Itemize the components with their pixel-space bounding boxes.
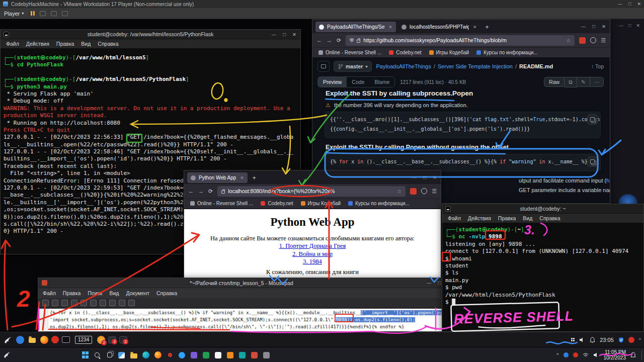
maximize-icon[interactable]: □ bbox=[628, 23, 631, 28]
url-text[interactable]: localhost:8080/index?book={%%20for%20x% bbox=[228, 188, 335, 194]
new-file-icon[interactable] bbox=[42, 300, 49, 306]
terminal1-titlebar[interactable]: student@codeby: /var/www/html/lesson5/Py… bbox=[1, 30, 300, 39]
app-icon[interactable] bbox=[262, 350, 271, 360]
tray-red-icon[interactable] bbox=[628, 337, 634, 343]
url-bar[interactable]: https://github.com/swisskyrepo/PayloadsA… bbox=[346, 35, 575, 46]
menu-item[interactable]: Справка bbox=[536, 215, 564, 221]
clock[interactable]: 11:05 PM 10/2/2023 bbox=[604, 349, 626, 360]
widgets-icon[interactable] bbox=[117, 350, 126, 360]
tab-preview[interactable]: Preview bbox=[318, 77, 347, 87]
book-link-2[interactable]: 2. Война и мир bbox=[292, 250, 333, 257]
minimize-button[interactable]: — bbox=[427, 280, 432, 286]
workspace-switcher[interactable]: 1234 bbox=[75, 336, 92, 344]
close-button[interactable]: ✕ bbox=[637, 2, 641, 7]
save-icon[interactable] bbox=[61, 300, 68, 306]
reload-button[interactable]: ⟳ bbox=[208, 188, 213, 195]
bookmark-courses[interactable]: Курсы по информаци... bbox=[476, 50, 538, 55]
bookmark-games[interactable]: Игры Кодебай bbox=[301, 201, 341, 206]
tab-python-web-app[interactable]: Python Web App ✕ bbox=[187, 172, 248, 183]
close-button[interactable]: ✕ bbox=[602, 24, 606, 29]
minimize-button[interactable]: — bbox=[412, 174, 417, 180]
more-options-icon[interactable]: ⋯ bbox=[590, 77, 604, 87]
account-icon[interactable] bbox=[421, 188, 427, 194]
menu-item[interactable]: Справка bbox=[153, 290, 181, 296]
wifi-icon[interactable] bbox=[583, 352, 589, 357]
mousepad-titlebar[interactable]: *~/Рабочий стол/tmp_lesson_5 - Mousepad … bbox=[38, 278, 445, 288]
edit-icon[interactable]: ✎ bbox=[577, 77, 590, 87]
menu-item[interactable]: Вид bbox=[106, 290, 122, 296]
app-icon[interactable] bbox=[225, 350, 235, 360]
tab-blame[interactable]: Blame bbox=[369, 77, 394, 87]
app-icon[interactable] bbox=[237, 350, 247, 360]
app-icon-notification[interactable]: 2 bbox=[119, 336, 127, 343]
close-tab-icon[interactable]: ✕ bbox=[389, 25, 393, 30]
copy-code-icon[interactable] bbox=[587, 156, 598, 167]
app-icon[interactable] bbox=[177, 350, 187, 360]
ctrl-alt-del-button[interactable] bbox=[40, 11, 46, 16]
menu-icon[interactable]: ☰ bbox=[432, 188, 437, 195]
minimize-button[interactable]: — bbox=[272, 32, 277, 37]
mousepad-window[interactable]: *~/Рабочий стол/tmp_lesson_5 - Mousepad … bbox=[38, 278, 445, 332]
code-block-popen[interactable]: {% for x in ().__class__.__base__.__subc… bbox=[325, 154, 601, 171]
tray-grid-icon[interactable] bbox=[571, 338, 575, 342]
menu-item[interactable]: Действия bbox=[464, 215, 495, 221]
notification-bell-icon[interactable] bbox=[630, 352, 636, 358]
menu-item[interactable]: Вид bbox=[519, 215, 536, 221]
app-icon[interactable] bbox=[51, 336, 59, 343]
tray-icon[interactable] bbox=[573, 352, 578, 357]
minimize-button[interactable]: — bbox=[618, 2, 622, 7]
url-bar[interactable]: localhost:8080/index?book={%%20for%20x% … bbox=[217, 186, 406, 197]
new-tab-button[interactable]: + bbox=[250, 174, 259, 182]
tab-localhost-phptwig[interactable]: localhost/lesson5/PHPTwigI ✕ bbox=[398, 22, 480, 32]
menu-icon[interactable]: ☰ bbox=[601, 37, 606, 44]
bookmark-reverse-shell[interactable]: Online - Reverse Shell ... bbox=[318, 50, 381, 55]
find-icon[interactable] bbox=[119, 300, 125, 306]
maximize-button[interactable]: □ bbox=[592, 24, 595, 29]
ublock-icon[interactable] bbox=[579, 37, 586, 44]
show-desktop-button[interactable] bbox=[641, 350, 642, 359]
menu-item[interactable]: Поиск bbox=[84, 290, 106, 296]
tab-code[interactable]: Code bbox=[347, 77, 369, 87]
app-icon[interactable] bbox=[16, 336, 24, 344]
tray-icon[interactable] bbox=[564, 352, 569, 357]
reload-button[interactable]: ⟳ bbox=[337, 37, 341, 44]
sidebar-toggle-button[interactable] bbox=[317, 61, 330, 72]
bookmark-reverse-shell[interactable]: Online - Reverse Shell ... bbox=[190, 201, 253, 206]
code-block-subprocess[interactable]: {{''.__class__.mro()[1].__subclasses__()… bbox=[325, 112, 601, 138]
account-icon[interactable] bbox=[590, 37, 596, 43]
shield-check-icon[interactable] bbox=[618, 337, 624, 343]
firefox-icon[interactable] bbox=[153, 350, 163, 360]
book-link-1[interactable]: 1. Портрет Дориана Грея bbox=[279, 242, 346, 249]
app-icon[interactable] bbox=[201, 350, 211, 360]
file-manager-icon[interactable] bbox=[27, 335, 37, 345]
forward-button[interactable]: → bbox=[198, 188, 204, 194]
host-corner-icon[interactable] bbox=[3, 350, 12, 361]
close-icon[interactable]: ✕ bbox=[636, 23, 640, 28]
edge-icon[interactable] bbox=[141, 350, 150, 360]
open-file-icon[interactable] bbox=[52, 300, 58, 306]
task-view-icon[interactable] bbox=[105, 350, 114, 360]
copy-code-icon[interactable] bbox=[587, 114, 598, 125]
tracking-shield-icon[interactable] bbox=[350, 38, 354, 43]
firefox-icon[interactable] bbox=[40, 336, 48, 344]
player-menu[interactable]: Player▾ bbox=[4, 11, 24, 17]
app-icon[interactable] bbox=[250, 350, 259, 360]
cut-icon[interactable] bbox=[90, 300, 97, 306]
url-text[interactable]: https://github.com/swisskyrepo/PayloadsA… bbox=[363, 37, 507, 43]
bell-icon[interactable] bbox=[590, 337, 595, 343]
back-to-top-link[interactable]: ↑ Top bbox=[591, 63, 604, 69]
menu-item[interactable]: Правка bbox=[59, 290, 84, 296]
bookmark-codeby[interactable]: Codeby.net bbox=[261, 201, 293, 206]
tab-payloadsallthethings[interactable]: PayloadsAllTheThings/Se ✕ bbox=[315, 22, 396, 32]
app-icon-notification[interactable]: 2 bbox=[97, 336, 105, 344]
close-tab-icon[interactable]: ✕ bbox=[473, 25, 477, 30]
menu-item[interactable]: Действия bbox=[23, 41, 53, 47]
copy-icon[interactable]: ⧉ bbox=[565, 77, 577, 87]
undo-icon[interactable] bbox=[71, 300, 77, 306]
bookmark-star-icon[interactable]: ☆ bbox=[566, 38, 571, 43]
maximize-button[interactable]: □ bbox=[423, 174, 426, 180]
redo-icon[interactable] bbox=[80, 300, 87, 306]
replace-icon[interactable] bbox=[128, 300, 135, 306]
breadcrumb-section[interactable]: Server Side Template Injection bbox=[438, 63, 513, 69]
bookmark-codeby[interactable]: Codeby.net bbox=[389, 50, 421, 55]
